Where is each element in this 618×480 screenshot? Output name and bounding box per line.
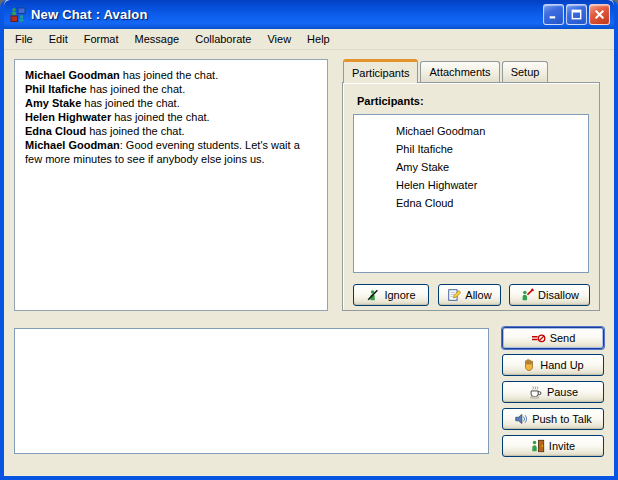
menu-help[interactable]: Help [299,30,338,48]
participant-row[interactable]: Helen Highwater [354,176,588,194]
speaker-icon [514,412,528,426]
chat-message: Amy Stake has joined the chat. [25,96,317,110]
chat-message: Michael Goodman: Good evening students. … [25,138,317,166]
chat-message: Michael Goodman has joined the chat. [25,68,317,82]
chat-message: Helen Highwater has joined the chat. [25,110,317,124]
participant-row[interactable]: Edna Cloud [354,194,588,212]
disallow-button[interactable]: Disallow [509,284,590,306]
chat-transcript[interactable]: Michael Goodman has joined the chat. Phi… [14,59,328,311]
hand-icon [522,358,536,372]
chat-window: New Chat : Avalon File Edit Format Messa… [0,0,618,480]
app-icon [10,7,26,23]
chat-message: Phil Itafiche has joined the chat. [25,82,317,96]
menu-file[interactable]: File [7,30,41,48]
minimize-icon [548,9,559,20]
ignore-button[interactable]: Ignore [353,284,429,306]
menu-format[interactable]: Format [76,30,127,48]
participant-row[interactable]: Amy Stake [354,158,588,176]
participants-tabpage: Participants: Michael Goodman Phil Itafi… [342,82,600,311]
participants-list[interactable]: Michael Goodman Phil Itafiche Amy Stake … [353,114,589,273]
close-button[interactable] [589,4,610,25]
menu-view[interactable]: View [259,30,299,48]
allow-button[interactable]: Allow [438,284,501,306]
participant-row[interactable]: Phil Itafiche [354,140,588,158]
menu-message[interactable]: Message [127,30,188,48]
participant-row[interactable]: Michael Goodman [354,122,588,140]
chat-message: Edna Cloud has joined the chat. [25,124,317,138]
push-to-talk-button[interactable]: Push to Talk [502,408,604,430]
maximize-button[interactable] [566,4,587,25]
tab-strip: Participants Attachments Setup [343,59,550,82]
allow-pad-pencil-icon [447,288,461,302]
participants-label: Participants: [357,95,424,107]
close-icon [594,9,605,20]
invite-button[interactable]: Invite [502,435,604,457]
tab-participants[interactable]: Participants [343,59,418,83]
menu-bar: File Edit Format Message Collaborate Vie… [4,29,614,50]
disallow-person-icon [520,288,534,302]
hand-up-button[interactable]: Hand Up [502,354,604,376]
tab-attachments[interactable]: Attachments [420,61,499,82]
menu-collaborate[interactable]: Collaborate [187,30,259,48]
window-title: New Chat : Avalon [31,7,543,22]
window-body: Michael Goodman has joined the chat. Phi… [4,50,614,475]
pause-button[interactable]: Pause [502,381,604,403]
tab-setup[interactable]: Setup [502,61,549,82]
send-icon [531,332,546,345]
coffee-cup-icon [528,385,543,399]
ignore-person-icon [366,288,380,302]
minimize-button[interactable] [543,4,564,25]
send-button[interactable]: Send [502,327,604,349]
menu-edit[interactable]: Edit [41,30,76,48]
invite-door-person-icon [531,439,545,453]
titlebar[interactable]: New Chat : Avalon [4,0,614,29]
message-input[interactable] [14,328,489,454]
maximize-icon [571,9,582,20]
